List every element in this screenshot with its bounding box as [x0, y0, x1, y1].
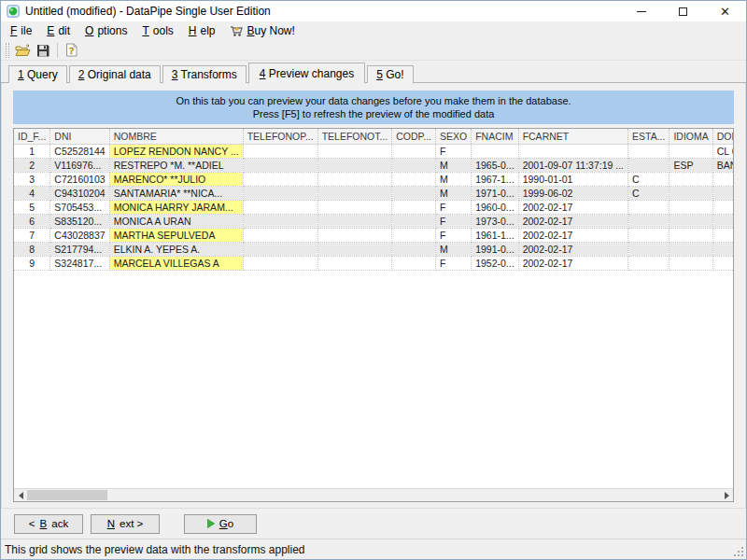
table-row[interactable]: 6S835120...MONICA A URANF1973-0...2002-0…	[14, 215, 734, 229]
table-row[interactable]: 2V116976...RESTREPO *M. **ADIELM1965-0..…	[14, 159, 734, 173]
grid-cell[interactable]	[669, 215, 712, 229]
grid-cell[interactable]: 7	[14, 229, 50, 243]
grid-cell[interactable]: S217794...	[50, 243, 109, 257]
resize-grip-icon[interactable]	[734, 547, 743, 556]
grid-cell[interactable]: BANCO AGRARIO	[712, 159, 734, 173]
column-header[interactable]: TELEFONOP...	[243, 129, 317, 145]
grid-cell[interactable]: 2001-09-07 11:37:19 ...	[518, 159, 627, 173]
tab-go[interactable]: 5 Go!	[367, 65, 413, 83]
tab-transforms[interactable]: 3 Transforms	[162, 65, 247, 83]
grid-cell[interactable]: M	[435, 173, 471, 187]
grid-cell[interactable]: F	[435, 257, 471, 271]
grid-cell[interactable]	[392, 229, 436, 243]
grid-cell[interactable]: S705453...	[50, 201, 109, 215]
grid-cell[interactable]	[392, 215, 436, 229]
grid-cell[interactable]	[317, 257, 392, 271]
grid-cell[interactable]: 1	[14, 145, 50, 159]
grid-cell[interactable]: 1960-0...	[472, 201, 518, 215]
grid-cell[interactable]: F	[435, 229, 471, 243]
grid-cell[interactable]: C94310204	[50, 187, 109, 201]
grid-cell[interactable]	[392, 173, 436, 187]
grid-cell[interactable]: 2002-02-17	[518, 243, 627, 257]
grid-cell[interactable]: MARTHA SEPULVEDA	[109, 229, 243, 243]
grid-cell[interactable]: C	[628, 187, 669, 201]
table-row[interactable]: 7C43028837MARTHA SEPULVEDAF1961-1...2002…	[14, 229, 734, 243]
grid-cell[interactable]: 1952-0...	[472, 257, 518, 271]
grid-cell[interactable]	[243, 145, 317, 159]
grid-cell[interactable]	[712, 173, 734, 187]
grid-cell[interactable]	[392, 257, 436, 271]
grid-cell[interactable]: C72160103	[50, 173, 109, 187]
grid-cell[interactable]	[669, 201, 712, 215]
table-row[interactable]: 9S324817...MARCELA VILLEGAS AF1952-0...2…	[14, 257, 734, 271]
grid-cell[interactable]: 1990-01-01	[518, 173, 627, 187]
grid-cell[interactable]	[712, 257, 734, 271]
column-header[interactable]: DNI	[50, 129, 109, 145]
grid-cell[interactable]: CL 68 # 20 D - 31 ...	[712, 145, 734, 159]
grid-cell[interactable]: M	[435, 187, 471, 201]
grid-cell[interactable]: MONICA HARRY JARAM...	[109, 201, 243, 215]
next-button[interactable]: Next >	[91, 514, 160, 534]
minimize-button[interactable]	[620, 1, 662, 21]
grid-cell[interactable]	[317, 159, 392, 173]
open-button[interactable]	[12, 41, 33, 60]
grid-cell[interactable]: F	[435, 215, 471, 229]
grid-cell[interactable]: MARENCO* **JULIO	[109, 173, 243, 187]
grid-cell[interactable]: SANTAMARIA* **NICA...	[109, 187, 243, 201]
grid-cell[interactable]: 1971-0...	[472, 187, 518, 201]
grid-cell[interactable]	[712, 243, 734, 257]
column-header[interactable]: TELEFONOT...	[317, 129, 392, 145]
grid-cell[interactable]	[628, 159, 669, 173]
scroll-thumb[interactable]	[27, 490, 107, 500]
grid-cell[interactable]	[317, 215, 392, 229]
grid-cell[interactable]	[317, 201, 392, 215]
grid-cell[interactable]	[518, 145, 627, 159]
grid-cell[interactable]	[669, 145, 712, 159]
grid-cell[interactable]	[669, 229, 712, 243]
grid-cell[interactable]	[392, 187, 436, 201]
menu-help[interactable]: Help	[181, 22, 223, 39]
grid-cell[interactable]: ESP	[669, 159, 712, 173]
grid-cell[interactable]: 2002-02-17	[518, 201, 627, 215]
column-header[interactable]: ESTA...	[628, 129, 669, 145]
grid-cell[interactable]	[243, 257, 317, 271]
grid-cell[interactable]	[317, 173, 392, 187]
grid-cell[interactable]	[628, 257, 669, 271]
grid-cell[interactable]	[392, 145, 436, 159]
grid-cell[interactable]	[628, 229, 669, 243]
grid-cell[interactable]	[392, 159, 436, 173]
grid-cell[interactable]	[317, 145, 392, 159]
grid-cell[interactable]	[712, 229, 734, 243]
table-row[interactable]: 3C72160103MARENCO* **JULIOM1967-1...1990…	[14, 173, 734, 187]
menu-options[interactable]: Options	[78, 22, 134, 39]
grid-cell[interactable]	[243, 215, 317, 229]
column-header[interactable]: FNACIM	[472, 129, 518, 145]
grid-cell[interactable]: 5	[14, 201, 50, 215]
column-header[interactable]: CODP...	[392, 129, 436, 145]
grid-cell[interactable]: 9	[14, 257, 50, 271]
grid-cell[interactable]	[628, 145, 669, 159]
grid-cell[interactable]: 1965-0...	[472, 159, 518, 173]
grid-cell[interactable]	[712, 201, 734, 215]
grid-cell[interactable]	[317, 229, 392, 243]
grid-cell[interactable]	[712, 215, 734, 229]
grid-cell[interactable]: 1999-06-02	[518, 187, 627, 201]
grid-cell[interactable]	[669, 243, 712, 257]
grid-cell[interactable]	[669, 257, 712, 271]
horizontal-scrollbar[interactable]	[14, 488, 733, 501]
grid-cell[interactable]: 4	[14, 187, 50, 201]
grid-cell[interactable]	[243, 229, 317, 243]
grid-cell[interactable]: MARCELA VILLEGAS A	[109, 257, 243, 271]
scroll-track[interactable]	[27, 489, 720, 501]
grid-cell[interactable]: LOPEZ RENDON NANCY ...	[109, 145, 243, 159]
maximize-button[interactable]	[662, 1, 704, 21]
grid-cell[interactable]: 3	[14, 173, 50, 187]
grid-cell[interactable]: 8	[14, 243, 50, 257]
grid-cell[interactable]: 6	[14, 215, 50, 229]
grid-cell[interactable]	[317, 243, 392, 257]
grid-cell[interactable]: C43028837	[50, 229, 109, 243]
grid-cell[interactable]: M	[435, 243, 471, 257]
grid-cell[interactable]	[243, 243, 317, 257]
grid-cell[interactable]: M	[435, 159, 471, 173]
grid-cell[interactable]: F	[435, 201, 471, 215]
